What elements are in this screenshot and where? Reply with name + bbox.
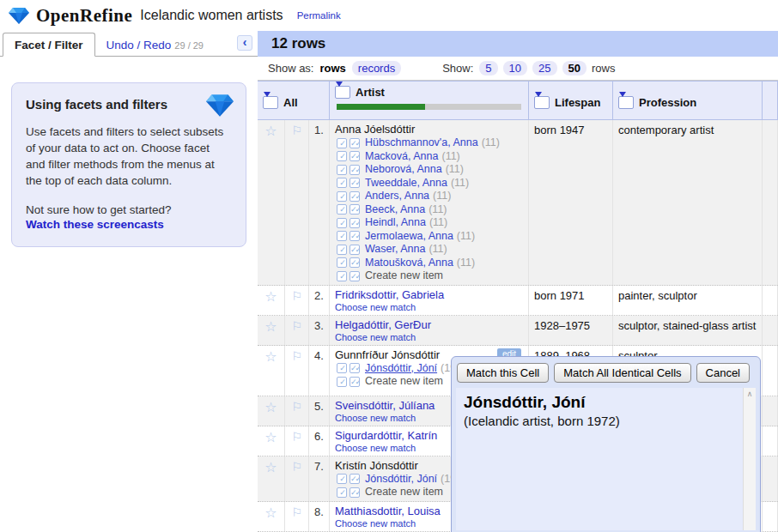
candidate-count: (11) bbox=[433, 190, 451, 203]
match-this-checkbox-icon[interactable]: ✓ bbox=[337, 191, 347, 202]
match-this-checkbox-icon[interactable]: ✓ bbox=[337, 487, 347, 498]
star-icon[interactable]: ☆ bbox=[258, 426, 285, 456]
match-all-checkbox-icon[interactable]: ✓✓ bbox=[349, 245, 360, 255]
column-header-lifespan[interactable]: Lifespan bbox=[529, 82, 613, 119]
candidate-link[interactable]: Neborová, Anna bbox=[365, 163, 442, 177]
match-all-checkbox-icon[interactable]: ✓✓ bbox=[349, 377, 360, 387]
choose-new-match-link[interactable]: Choose new match bbox=[335, 332, 525, 343]
artist-matched-link[interactable]: Fridriksdottir, Gabriela bbox=[335, 288, 444, 302]
match-this-checkbox-icon[interactable]: ✓ bbox=[337, 138, 347, 148]
match-this-checkbox-icon[interactable]: ✓ bbox=[337, 363, 347, 373]
create-new-item-link[interactable]: Create new item bbox=[365, 269, 443, 283]
match-all-checkbox-icon[interactable]: ✓✓ bbox=[349, 178, 360, 188]
match-all-checkbox-icon[interactable]: ✓✓ bbox=[349, 363, 360, 373]
watch-screencasts-link[interactable]: Watch these screencasts bbox=[26, 218, 232, 231]
artist-matched-link[interactable]: Sveinsdóttir, Júlíana bbox=[335, 399, 435, 413]
cancel-button[interactable]: Cancel bbox=[696, 363, 750, 383]
choose-new-match-link[interactable]: Choose new match bbox=[335, 302, 525, 313]
artist-value: Gunnfríður Jónsdóttir bbox=[335, 348, 440, 362]
flag-icon[interactable]: ⚐ bbox=[285, 346, 309, 396]
create-new-item-link[interactable]: Create new item bbox=[365, 486, 443, 499]
popup-scrollbar[interactable]: ∧ bbox=[743, 388, 756, 530]
flag-icon[interactable]: ⚐ bbox=[285, 316, 309, 345]
match-all-checkbox-icon[interactable]: ✓✓ bbox=[349, 218, 360, 228]
show-as-rows-option[interactable]: rows bbox=[319, 62, 345, 75]
match-this-checkbox-icon[interactable]: ✓ bbox=[337, 377, 347, 387]
star-icon[interactable]: ☆ bbox=[258, 456, 285, 501]
collapse-sidebar-button[interactable]: ‹ bbox=[237, 35, 252, 51]
artist-dropdown-icon[interactable] bbox=[335, 86, 350, 99]
flag-icon[interactable]: ⚐ bbox=[285, 286, 309, 315]
tab-undo-redo[interactable]: Undo / Redo29 / 29 bbox=[95, 33, 215, 56]
flag-icon[interactable]: ⚐ bbox=[285, 426, 309, 456]
column-header-all[interactable]: All bbox=[258, 82, 330, 119]
candidate-link[interactable]: Jermolaewa, Anna bbox=[365, 230, 453, 244]
match-all-checkbox-icon[interactable]: ✓✓ bbox=[349, 271, 360, 281]
column-label-artist: Artist bbox=[356, 86, 385, 99]
match-this-checkbox-icon[interactable]: ✓ bbox=[337, 165, 347, 175]
match-all-checkbox-icon[interactable]: ✓✓ bbox=[349, 138, 360, 148]
star-icon[interactable]: ☆ bbox=[258, 120, 285, 285]
lifespan-cell: 1928–1975 bbox=[529, 316, 613, 345]
match-popup: Match this Cell Match All Identical Cell… bbox=[451, 356, 761, 532]
candidate-row: ✓✓✓Matoušková, Anna(11) bbox=[335, 257, 525, 270]
candidate-link[interactable]: Anders, Anna bbox=[365, 190, 429, 203]
match-all-checkbox-icon[interactable]: ✓✓ bbox=[349, 474, 360, 484]
page-size-5[interactable]: 5 bbox=[479, 61, 497, 76]
candidate-link[interactable]: Heindl, Anna bbox=[365, 216, 426, 230]
page-size-25[interactable]: 25 bbox=[532, 61, 556, 76]
match-this-checkbox-icon[interactable]: ✓ bbox=[337, 218, 347, 228]
artist-matched-link[interactable]: Sigurdardóttir, Katrín bbox=[335, 429, 437, 443]
match-this-checkbox-icon[interactable]: ✓ bbox=[337, 204, 347, 215]
match-all-checkbox-icon[interactable]: ✓✓ bbox=[349, 151, 360, 161]
candidate-link[interactable]: Waser, Anna bbox=[365, 243, 425, 257]
match-all-checkbox-icon[interactable]: ✓✓ bbox=[349, 165, 360, 175]
artist-matched-link[interactable]: Matthiasdottir, Louisa bbox=[335, 505, 441, 518]
match-all-checkbox-icon[interactable]: ✓✓ bbox=[349, 487, 360, 498]
flag-icon[interactable]: ⚐ bbox=[285, 502, 309, 531]
permalink-link[interactable]: Permalink bbox=[297, 10, 341, 21]
artist-matched-link[interactable]: Helgadóttir, GerÐur bbox=[335, 318, 431, 332]
flag-icon[interactable]: ⚐ bbox=[285, 120, 309, 285]
profession-dropdown-icon[interactable] bbox=[618, 96, 634, 109]
tab-facet-filter[interactable]: Facet / Filter bbox=[3, 33, 95, 57]
match-all-identical-cells-button[interactable]: Match All Identical Cells bbox=[554, 363, 690, 383]
page-size-50[interactable]: 50 bbox=[562, 61, 587, 76]
column-header-profession[interactable]: Profession bbox=[613, 82, 763, 119]
match-all-checkbox-icon[interactable]: ✓✓ bbox=[349, 204, 360, 215]
candidate-link[interactable]: Macková, Anna bbox=[365, 150, 438, 164]
star-icon[interactable]: ☆ bbox=[258, 316, 285, 345]
candidate-link[interactable]: Jónsdóttir, Jóní bbox=[365, 473, 437, 487]
empty-cell bbox=[763, 316, 778, 345]
star-icon[interactable]: ☆ bbox=[258, 502, 285, 531]
lifespan-dropdown-icon[interactable] bbox=[534, 96, 550, 109]
flag-icon[interactable]: ⚐ bbox=[285, 456, 309, 501]
star-icon[interactable]: ☆ bbox=[258, 286, 285, 315]
all-dropdown-icon[interactable] bbox=[263, 96, 278, 109]
candidate-link[interactable]: Beeck, Anna bbox=[365, 203, 425, 217]
candidate-link[interactable]: Hübschmannov'a, Anna bbox=[365, 136, 478, 150]
show-as-records-option[interactable]: records bbox=[352, 61, 401, 76]
candidate-link[interactable]: Tweeddale, Anna bbox=[365, 177, 447, 190]
match-this-checkbox-icon[interactable]: ✓ bbox=[337, 151, 347, 161]
star-icon[interactable]: ☆ bbox=[258, 396, 285, 426]
match-this-cell-button[interactable]: Match this Cell bbox=[457, 363, 549, 383]
match-this-checkbox-icon[interactable]: ✓ bbox=[337, 257, 347, 268]
match-all-checkbox-icon[interactable]: ✓✓ bbox=[349, 191, 360, 202]
match-this-checkbox-icon[interactable]: ✓ bbox=[337, 231, 347, 241]
match-this-checkbox-icon[interactable]: ✓ bbox=[337, 245, 347, 255]
match-this-checkbox-icon[interactable]: ✓ bbox=[337, 474, 347, 484]
flag-icon[interactable]: ⚐ bbox=[285, 396, 309, 426]
create-new-item-link[interactable]: Create new item bbox=[365, 375, 443, 389]
candidate-row: ✓✓✓Macková, Anna(11) bbox=[335, 150, 525, 164]
candidate-row: ✓✓✓Hübschmannov'a, Anna(11) bbox=[335, 136, 525, 150]
match-this-checkbox-icon[interactable]: ✓ bbox=[337, 178, 347, 188]
page-size-10[interactable]: 10 bbox=[503, 61, 527, 76]
match-this-checkbox-icon[interactable]: ✓ bbox=[337, 271, 347, 281]
candidate-link[interactable]: Jónsdóttir, Jóní bbox=[365, 362, 437, 376]
candidate-link[interactable]: Matoušková, Anna bbox=[365, 257, 453, 270]
match-all-checkbox-icon[interactable]: ✓✓ bbox=[349, 257, 360, 268]
star-icon[interactable]: ☆ bbox=[258, 346, 285, 396]
column-header-artist[interactable]: Artist bbox=[330, 82, 529, 119]
match-all-checkbox-icon[interactable]: ✓✓ bbox=[349, 231, 360, 241]
